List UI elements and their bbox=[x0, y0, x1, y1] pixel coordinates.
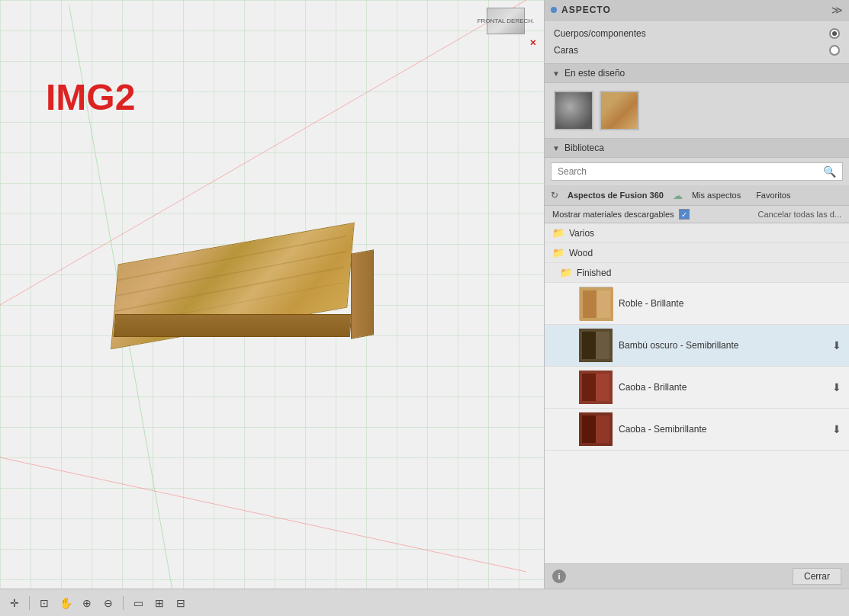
img2-label: IMG2 bbox=[46, 76, 135, 118]
mat-thumb-bambu bbox=[579, 329, 613, 362]
material-row-caoba-brillante[interactable]: Caoba - Brillante ⬇ bbox=[545, 367, 849, 409]
material-row-bambu[interactable]: Bambú oscuro - Semibrillante ⬇ bbox=[545, 325, 849, 367]
mat-name-bambu: Bambú oscuro - Semibrillante bbox=[619, 340, 826, 351]
panel-dot bbox=[551, 7, 557, 13]
folder-icon-wood: 📁 bbox=[552, 247, 564, 258]
material-list[interactable]: 📁 Varios 📁 Wood 📁 Finished bbox=[545, 223, 849, 563]
radio-label-bodies: Cuerpos/componentes bbox=[554, 28, 646, 39]
folder-icon-finished: 📁 bbox=[560, 267, 572, 278]
svg-line-4 bbox=[116, 250, 347, 296]
radio-section: Cuerpos/componentes Caras bbox=[545, 21, 849, 63]
folder-icon-varios: 📁 bbox=[552, 227, 564, 239]
toolbar-zoom-out-icon[interactable]: ⊖ bbox=[100, 595, 117, 611]
panel-expand-icon[interactable]: ≫ bbox=[831, 4, 843, 16]
material-row-roble[interactable]: Roble - Brillante bbox=[545, 283, 849, 325]
mat-name-caoba-semi: Caoba - Semibrillante bbox=[619, 424, 826, 435]
biblioteca-section-header: ▼ Biblioteca bbox=[545, 139, 849, 158]
toolbar-grid-icon[interactable]: ⊞ bbox=[151, 595, 168, 611]
mat-thumb-roble bbox=[579, 287, 613, 320]
material-thumbs bbox=[554, 91, 840, 130]
radio-btn-bodies[interactable] bbox=[829, 28, 840, 39]
toolbar-sep-2 bbox=[123, 596, 124, 610]
toolbar-sep-1 bbox=[29, 596, 30, 610]
svg-rect-18 bbox=[596, 415, 609, 443]
search-input[interactable] bbox=[558, 166, 820, 177]
download-icon-caoba-semi[interactable]: ⬇ bbox=[832, 423, 841, 435]
panel-header: ASPECTO ≫ bbox=[545, 0, 849, 21]
search-icon: 🔍 bbox=[823, 165, 836, 178]
show-downloadable-label: Mostrar materiales descargables bbox=[552, 210, 674, 219]
show-downloadable-row: Mostrar materiales descargables ✓ Cancel… bbox=[545, 206, 849, 223]
mat-thumb-caoba-brillante bbox=[579, 371, 613, 404]
thumb-metal-bg bbox=[555, 92, 592, 129]
cancel-all-label: Cancelar todas las d... bbox=[758, 210, 841, 219]
design-thumb-metal[interactable] bbox=[554, 91, 593, 130]
biblioteca-section: 🔍 ↻ Aspectos de Fusion 360 ☁ Mis aspecto… bbox=[545, 158, 849, 589]
folder-label-wood: Wood bbox=[569, 248, 593, 258]
design-section-title: En este diseño bbox=[564, 68, 625, 79]
panel-title: ASPECTO bbox=[561, 5, 611, 15]
bottom-toolbar: ✛ ⊡ ✋ ⊕ ⊖ ▭ ⊞ ⊟ bbox=[0, 589, 849, 616]
panel-footer: i Cerrar bbox=[545, 563, 849, 589]
mat-name-roble: Roble - Brillante bbox=[619, 298, 841, 309]
plank-front bbox=[114, 314, 352, 337]
tab-mis-aspectos[interactable]: Mis aspectos bbox=[686, 188, 747, 202]
refresh-icon[interactable]: ↻ bbox=[551, 190, 558, 201]
toolbar-move-icon[interactable]: ✛ bbox=[6, 595, 23, 611]
material-row-caoba-semi[interactable]: Caoba - Semibrillante ⬇ bbox=[545, 409, 849, 451]
design-section-header: ▼ En este diseño bbox=[545, 63, 849, 83]
svg-rect-17 bbox=[582, 415, 596, 443]
toolbar-axes-icon[interactable]: ⊟ bbox=[172, 595, 189, 611]
svg-rect-14 bbox=[582, 374, 596, 401]
tab-favoritos[interactable]: Favoritos bbox=[750, 188, 796, 202]
folder-varios[interactable]: 📁 Varios bbox=[545, 223, 849, 243]
tab-fusion360[interactable]: Aspectos de Fusion 360 bbox=[561, 188, 670, 202]
design-section bbox=[545, 83, 849, 139]
radio-row-bodies[interactable]: Cuerpos/componentes bbox=[554, 25, 840, 42]
radio-row-faces[interactable]: Caras bbox=[554, 42, 840, 59]
viewport: IMG2 FRONTAL DERECH. ✕ bbox=[0, 0, 544, 589]
lib-tabs: ↻ Aspectos de Fusion 360 ☁ Mis aspectos … bbox=[545, 185, 849, 206]
right-panel: ASPECTO ≫ Cuerpos/componentes Caras ▼ En… bbox=[544, 0, 849, 589]
folder-wood[interactable]: 📁 Wood bbox=[545, 243, 849, 263]
svg-line-5 bbox=[114, 266, 347, 312]
nav-cube-x-axis: ✕ bbox=[529, 38, 536, 48]
toolbar-display-icon[interactable]: ▭ bbox=[130, 595, 146, 611]
thumb-wood-bg bbox=[601, 92, 638, 129]
toolbar-pan-icon[interactable]: ✋ bbox=[57, 595, 74, 611]
biblioteca-arrow-icon: ▼ bbox=[552, 144, 560, 152]
wood-grain bbox=[109, 224, 348, 380]
svg-line-1 bbox=[0, 457, 526, 572]
search-bar: 🔍 bbox=[551, 162, 843, 181]
panel-header-left: ASPECTO bbox=[551, 5, 611, 15]
svg-rect-8 bbox=[583, 290, 597, 318]
svg-rect-9 bbox=[597, 290, 610, 318]
nav-cube-box: FRONTAL DERECH. bbox=[487, 8, 525, 34]
wood-plank-3d bbox=[92, 244, 351, 366]
svg-rect-11 bbox=[582, 332, 596, 359]
downloadable-checkbox[interactable]: ✓ bbox=[679, 209, 690, 220]
toolbar-frame-icon[interactable]: ⊡ bbox=[36, 595, 53, 611]
biblioteca-section-title: Biblioteca bbox=[564, 143, 604, 153]
nav-cube[interactable]: FRONTAL DERECH. ✕ bbox=[479, 4, 540, 50]
toolbar-zoom-in-icon[interactable]: ⊕ bbox=[79, 595, 95, 611]
radio-label-faces: Caras bbox=[554, 45, 578, 56]
download-icon-caoba-brillante[interactable]: ⬇ bbox=[832, 381, 841, 393]
mat-name-caoba-brillante: Caoba - Brillante bbox=[619, 382, 826, 393]
folder-label-varios: Varios bbox=[569, 228, 594, 239]
svg-rect-15 bbox=[596, 374, 609, 401]
close-button[interactable]: Cerrar bbox=[793, 568, 841, 585]
download-icon-bambu[interactable]: ⬇ bbox=[832, 339, 841, 351]
design-arrow-icon: ▼ bbox=[552, 69, 560, 78]
info-icon[interactable]: i bbox=[552, 569, 566, 583]
plank-side bbox=[351, 249, 374, 338]
radio-btn-faces[interactable] bbox=[829, 45, 840, 56]
folder-finished[interactable]: 📁 Finished bbox=[545, 263, 849, 283]
mat-thumb-caoba-semi bbox=[579, 412, 613, 446]
folder-label-finished: Finished bbox=[577, 268, 611, 278]
design-thumb-wood[interactable] bbox=[600, 91, 639, 130]
svg-rect-12 bbox=[596, 332, 609, 359]
